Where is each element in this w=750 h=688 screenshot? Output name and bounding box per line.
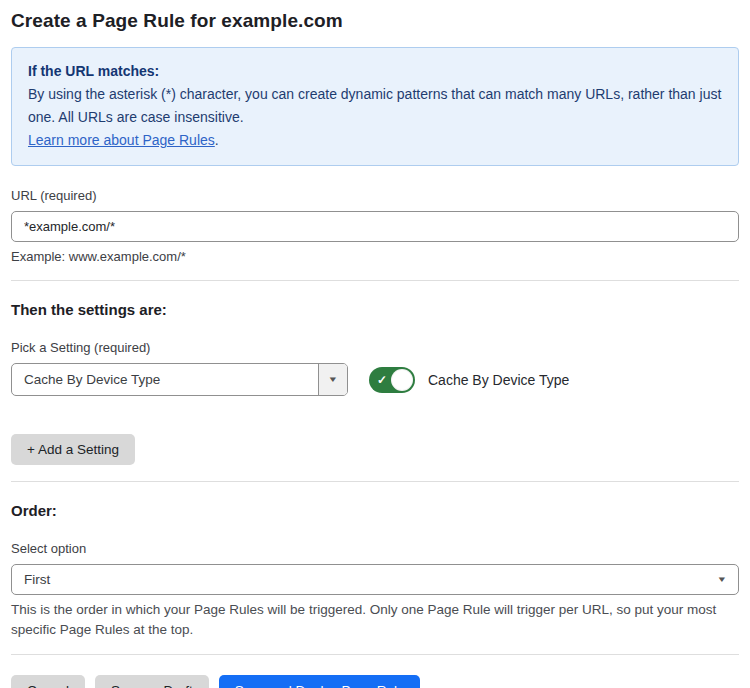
setting-select-value: Cache By Device Type: [12, 364, 318, 395]
info-box-body: By using the asterisk (*) character, you…: [28, 83, 722, 129]
setting-select[interactable]: Cache By Device Type ▼: [11, 363, 348, 396]
save-and-deploy-button[interactable]: Save and Deploy Page Rule: [219, 675, 421, 688]
page-rule-form: Create a Page Rule for example.com If th…: [0, 0, 750, 688]
save-as-draft-button[interactable]: Save as Draft: [95, 675, 209, 688]
chevron-down-icon: ▼: [328, 375, 339, 384]
order-helper-text: This is the order in which your Page Rul…: [11, 600, 723, 640]
chevron-down-icon: ▼: [717, 575, 728, 584]
pick-setting-label: Pick a Setting (required): [11, 340, 739, 355]
check-icon: ✓: [377, 372, 387, 386]
link-suffix: .: [215, 132, 219, 148]
url-field-label: URL (required): [11, 188, 739, 203]
order-select[interactable]: First ▼: [11, 564, 739, 595]
order-select-label: Select option: [11, 541, 739, 556]
order-select-value: First: [24, 572, 718, 587]
section-divider: [11, 481, 739, 482]
setting-select-arrow-button[interactable]: ▼: [318, 364, 347, 395]
footer-actions: Cancel Save as Draft Save and Deploy Pag…: [11, 675, 739, 688]
page-title: Create a Page Rule for example.com: [11, 10, 739, 32]
cache-by-device-type-toggle[interactable]: ✓: [369, 367, 415, 393]
section-divider: [11, 280, 739, 281]
add-setting-button[interactable]: + Add a Setting: [11, 434, 135, 465]
setting-row: Cache By Device Type ▼ ✓ Cache By Device…: [11, 363, 739, 396]
url-input[interactable]: [11, 211, 739, 242]
settings-section-heading: Then the settings are:: [11, 301, 739, 318]
cancel-button[interactable]: Cancel: [11, 675, 85, 688]
url-example-helper: Example: www.example.com/*: [11, 249, 739, 264]
toggle-label: Cache By Device Type: [428, 372, 569, 388]
footer-divider: [11, 654, 739, 655]
info-box-link-line: Learn more about Page Rules.: [28, 129, 722, 152]
learn-more-link[interactable]: Learn more about Page Rules: [28, 132, 215, 148]
toggle-knob: [391, 369, 413, 391]
order-section-heading: Order:: [11, 502, 739, 519]
info-box-heading: If the URL matches:: [28, 60, 722, 83]
url-match-info-box: If the URL matches: By using the asteris…: [11, 47, 739, 166]
